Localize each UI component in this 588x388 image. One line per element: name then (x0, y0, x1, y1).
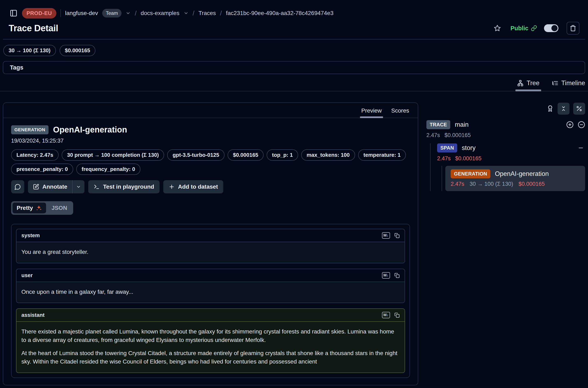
content-area: Preview Scores GENERATION OpenAI-generat… (3, 102, 585, 385)
message-header: system M↓ (17, 229, 405, 242)
message-system: system M↓ You are a great storyteller. (16, 229, 405, 263)
message-content: You are a great storyteller. (17, 242, 405, 263)
model-badge[interactable]: gpt-3.5-turbo-0125 (167, 149, 225, 161)
comments-button[interactable] (11, 180, 24, 194)
format-json-button[interactable]: JSON (47, 203, 71, 213)
breadcrumb-traces[interactable]: Traces (199, 10, 216, 17)
observation-panel: Preview Scores GENERATION OpenAI-generat… (3, 102, 418, 385)
breadcrumb-project[interactable]: docs-examples (141, 10, 179, 17)
token-usage-badge[interactable]: 30 prompt → 100 completion (Σ 130) (62, 149, 164, 161)
trace-children: SPAN story 2.47s $0.000165 GENERATION Op… (430, 143, 585, 191)
header-divider (3, 39, 585, 40)
collapse-all-button[interactable] (558, 103, 569, 115)
markdown-toggle-icon[interactable]: M↓ (382, 232, 390, 239)
tree-node-trace[interactable]: TRACE main (426, 120, 585, 129)
page-header: Trace Detail Public (9, 22, 579, 35)
star-icon (494, 24, 501, 32)
format-pretty-button[interactable]: Pretty (13, 203, 46, 213)
span-type-badge: SPAN (437, 143, 457, 152)
presence-penalty-badge[interactable]: presence_penalty: 0 (11, 164, 73, 175)
chevron-down-icon (76, 184, 81, 189)
plus-circle-icon (566, 121, 574, 128)
copy-icon (394, 233, 400, 238)
trace-cost: $0.000165 (445, 132, 471, 139)
annotate-button[interactable]: Annotate (28, 180, 72, 194)
copy-button[interactable] (394, 273, 400, 278)
sparkles-icon (36, 205, 42, 211)
tab-timeline-label: Timeline (561, 79, 585, 87)
tab-scores[interactable]: Scores (391, 107, 409, 118)
markdown-toggle-icon[interactable]: M↓ (382, 272, 390, 279)
public-label: Public (511, 25, 528, 32)
breadcrumb: PROD-EU langfuse-dev Team / docs-example… (9, 7, 580, 19)
trace-name: main (455, 121, 469, 128)
collapse-span-button[interactable] (578, 145, 585, 151)
tab-preview[interactable]: Preview (361, 107, 382, 118)
public-toggle[interactable] (544, 24, 558, 32)
breadcrumb-trace-id: fac231bc-90ee-490a-aa32-78c4269474e3 (226, 10, 334, 17)
trace-cost-badge[interactable]: $0.000165 (60, 45, 96, 56)
cost-badge[interactable]: $0.000165 (227, 149, 264, 161)
max-tokens-badge[interactable]: max_tokens: 100 (301, 149, 355, 161)
message-assistant: assistant M↓ There existed a majestic pl… (16, 308, 405, 373)
observation-header: GENERATION OpenAI-generation (11, 125, 410, 134)
generation-tokens: 30 → 100 (Σ 130) (470, 181, 513, 187)
markdown-toggle-icon[interactable]: M↓ (382, 312, 390, 318)
collapse-node-button[interactable] (578, 121, 585, 128)
generation-type-badge: GENERATION (451, 169, 490, 178)
message-content: Once upon a time in a galaxy far, far aw… (17, 282, 405, 303)
tab-tree[interactable]: Tree (517, 79, 540, 91)
scores-award-button[interactable] (546, 105, 554, 112)
copy-button[interactable] (394, 233, 400, 238)
delete-trace-button[interactable] (567, 22, 579, 35)
trace-type-badge: TRACE (426, 120, 450, 129)
toggle-metrics-button[interactable] (573, 103, 585, 115)
plus-icon (169, 184, 175, 190)
tab-timeline[interactable]: Timeline (552, 79, 585, 91)
playground-label: Test in playground (103, 184, 154, 190)
project-switcher-button[interactable] (184, 11, 188, 16)
tree-node-generation-selected[interactable]: GENERATION OpenAI-generation 2.47s 30 → … (445, 166, 585, 191)
sidebar-toggle-button[interactable] (9, 9, 18, 18)
trash-icon (570, 25, 576, 31)
breadcrumb-divider (60, 9, 61, 17)
message-content: There existed a majestic planet called L… (17, 322, 405, 372)
page-title: Trace Detail (9, 23, 58, 33)
trace-tree-sidebar: TRACE main 2.47s $0.000165 SPAN story (426, 102, 585, 191)
observation-meta-badges: Latency: 2.47s 30 prompt → 100 completio… (11, 149, 410, 175)
annotate-split-button: Annotate (28, 180, 85, 194)
message-tools: M↓ (382, 272, 400, 279)
assistant-paragraph: There existed a majestic planet called L… (21, 328, 400, 344)
annotate-label: Annotate (42, 184, 67, 190)
expand-all-button[interactable] (566, 121, 574, 128)
environment-badge: PROD-EU (22, 8, 56, 19)
add-to-dataset-button[interactable]: Add to dataset (163, 180, 223, 194)
trace-summary-badges: 30 → 100 (Σ 130) $0.000165 (3, 45, 588, 56)
minus-icon (578, 145, 584, 151)
copy-icon (394, 312, 400, 318)
format-toggle: Pretty JSON (11, 201, 73, 215)
frequency-penalty-badge[interactable]: frequency_penalty: 0 (76, 164, 140, 175)
pretty-label: Pretty (17, 205, 33, 211)
top-p-badge[interactable]: top_p: 1 (267, 149, 298, 161)
observation-type-badge: GENERATION (11, 125, 48, 134)
message-tools: M↓ (382, 312, 400, 318)
org-switcher-button[interactable] (126, 11, 131, 16)
tags-container[interactable]: Tags (3, 61, 585, 74)
breadcrumb-separator: / (220, 9, 222, 17)
latency-badge[interactable]: Latency: 2.47s (11, 149, 59, 161)
trace-token-usage-badge[interactable]: 30 → 100 (Σ 130) (3, 45, 56, 56)
temperature-badge[interactable]: temperature: 1 (358, 149, 406, 161)
bookmark-star-button[interactable] (494, 24, 501, 32)
breadcrumb-org[interactable]: langfuse-dev (65, 10, 98, 17)
message-header: assistant M↓ (17, 309, 405, 322)
tree-node-span[interactable]: SPAN story (437, 143, 585, 152)
observation-timestamp: 19/03/2024, 15:25:37 (11, 138, 410, 144)
breadcrumb-separator: / (135, 9, 136, 17)
test-in-playground-button[interactable]: Test in playground (88, 180, 159, 194)
public-link[interactable]: Public (511, 25, 537, 32)
copy-button[interactable] (394, 312, 400, 318)
annotate-dropdown-button[interactable] (73, 180, 85, 194)
panel-left-icon (10, 9, 18, 17)
trace-latency: 2.47s (426, 132, 440, 139)
